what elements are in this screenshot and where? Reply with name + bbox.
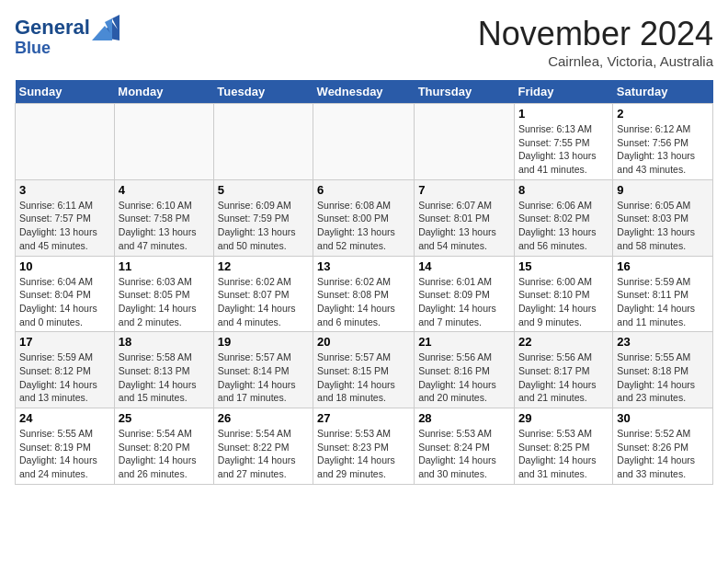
day-info: Sunrise: 6:10 AM Sunset: 7:58 PM Dayligh… [119, 199, 210, 253]
calendar-cell: 23Sunrise: 5:55 AM Sunset: 8:18 PM Dayli… [613, 332, 713, 408]
day-info: Sunrise: 5:53 AM Sunset: 8:24 PM Dayligh… [418, 427, 510, 481]
calendar-cell: 18Sunrise: 5:58 AM Sunset: 8:13 PM Dayli… [114, 332, 213, 408]
calendar-cell: 25Sunrise: 5:54 AM Sunset: 8:20 PM Dayli… [114, 408, 213, 485]
day-number: 4 [119, 183, 210, 197]
calendar-cell: 17Sunrise: 5:59 AM Sunset: 8:12 PM Dayli… [16, 332, 115, 408]
day-number: 26 [218, 411, 309, 425]
calendar-cell: 10Sunrise: 6:04 AM Sunset: 8:04 PM Dayli… [16, 256, 115, 332]
day-number: 7 [418, 183, 510, 197]
day-number: 14 [418, 259, 510, 273]
calendar-cell: 4Sunrise: 6:10 AM Sunset: 7:58 PM Daylig… [114, 179, 213, 256]
weekday-header-tuesday: Tuesday [213, 80, 313, 104]
day-number: 10 [19, 259, 110, 273]
day-info: Sunrise: 6:13 AM Sunset: 7:55 PM Dayligh… [518, 122, 609, 177]
day-number: 30 [617, 411, 709, 425]
day-number: 17 [19, 335, 110, 349]
day-number: 22 [518, 335, 609, 349]
day-info: Sunrise: 5:54 AM Sunset: 8:22 PM Dayligh… [218, 427, 309, 481]
calendar-cell: 8Sunrise: 6:06 AM Sunset: 8:02 PM Daylig… [514, 179, 612, 256]
calendar-cell: 30Sunrise: 5:52 AM Sunset: 8:26 PM Dayli… [613, 408, 713, 485]
day-number: 5 [218, 183, 309, 197]
weekday-header-monday: Monday [114, 80, 213, 104]
day-number: 23 [617, 335, 709, 349]
day-info: Sunrise: 5:56 AM Sunset: 8:17 PM Dayligh… [518, 350, 609, 405]
day-info: Sunrise: 5:55 AM Sunset: 8:19 PM Dayligh… [19, 427, 110, 481]
day-number: 13 [317, 259, 410, 273]
weekday-header-friday: Friday [514, 80, 612, 104]
logo-icon [92, 15, 119, 40]
svg-marker-1 [92, 18, 112, 40]
calendar-cell: 15Sunrise: 6:00 AM Sunset: 8:10 PM Dayli… [514, 256, 612, 332]
calendar-cell: 20Sunrise: 5:57 AM Sunset: 8:15 PM Dayli… [313, 332, 415, 408]
calendar-table: SundayMondayTuesdayWednesdayThursdayFrid… [15, 80, 713, 485]
day-info: Sunrise: 5:58 AM Sunset: 8:13 PM Dayligh… [119, 350, 210, 405]
calendar-cell: 6Sunrise: 6:08 AM Sunset: 8:00 PM Daylig… [313, 179, 415, 256]
day-number: 6 [317, 183, 410, 197]
day-number: 24 [19, 411, 110, 425]
day-info: Sunrise: 6:01 AM Sunset: 8:09 PM Dayligh… [418, 275, 510, 329]
day-info: Sunrise: 5:55 AM Sunset: 8:18 PM Dayligh… [617, 350, 709, 405]
calendar-cell: 12Sunrise: 6:02 AM Sunset: 8:07 PM Dayli… [213, 256, 313, 332]
day-info: Sunrise: 6:04 AM Sunset: 8:04 PM Dayligh… [19, 275, 110, 329]
day-info: Sunrise: 5:57 AM Sunset: 8:15 PM Dayligh… [317, 350, 410, 405]
calendar-cell: 28Sunrise: 5:53 AM Sunset: 8:24 PM Dayli… [415, 408, 515, 485]
day-info: Sunrise: 5:56 AM Sunset: 8:16 PM Dayligh… [418, 350, 510, 405]
month-title: November 2024 [478, 15, 713, 53]
calendar-cell: 5Sunrise: 6:09 AM Sunset: 7:59 PM Daylig… [213, 179, 313, 256]
day-number: 3 [19, 183, 110, 197]
calendar-cell: 26Sunrise: 5:54 AM Sunset: 8:22 PM Dayli… [213, 408, 313, 485]
day-number: 18 [119, 335, 210, 349]
calendar-cell [114, 104, 213, 180]
calendar-cell: 14Sunrise: 6:01 AM Sunset: 8:09 PM Dayli… [415, 256, 515, 332]
calendar-cell: 22Sunrise: 5:56 AM Sunset: 8:17 PM Dayli… [514, 332, 612, 408]
day-number: 28 [418, 411, 510, 425]
day-number: 12 [218, 259, 309, 273]
day-number: 15 [518, 259, 609, 273]
day-info: Sunrise: 5:53 AM Sunset: 8:23 PM Dayligh… [317, 427, 410, 481]
day-info: Sunrise: 6:12 AM Sunset: 7:56 PM Dayligh… [617, 122, 709, 177]
day-number: 2 [617, 107, 709, 121]
calendar-cell: 9Sunrise: 6:05 AM Sunset: 8:03 PM Daylig… [613, 179, 713, 256]
weekday-header-wednesday: Wednesday [313, 80, 415, 104]
day-number: 8 [518, 183, 609, 197]
day-info: Sunrise: 5:54 AM Sunset: 8:20 PM Dayligh… [119, 427, 210, 481]
weekday-header-sunday: Sunday [16, 80, 115, 104]
logo-line2: Blue [15, 39, 119, 58]
day-number: 21 [418, 335, 510, 349]
day-info: Sunrise: 5:52 AM Sunset: 8:26 PM Dayligh… [617, 427, 709, 481]
day-info: Sunrise: 5:59 AM Sunset: 8:12 PM Dayligh… [19, 350, 110, 405]
title-block: November 2024 Cairnlea, Victoria, Austra… [478, 15, 713, 69]
calendar-cell: 7Sunrise: 6:07 AM Sunset: 8:01 PM Daylig… [415, 179, 515, 256]
day-number: 16 [617, 259, 709, 273]
day-number: 29 [518, 411, 609, 425]
calendar-cell: 1Sunrise: 6:13 AM Sunset: 7:55 PM Daylig… [514, 104, 612, 180]
calendar-cell: 2Sunrise: 6:12 AM Sunset: 7:56 PM Daylig… [613, 104, 713, 180]
day-info: Sunrise: 6:07 AM Sunset: 8:01 PM Dayligh… [418, 199, 510, 253]
logo-text: General [15, 17, 90, 39]
page-header: General Blue November 2024 Cairnlea, Vic… [15, 15, 713, 69]
day-number: 27 [317, 411, 410, 425]
day-info: Sunrise: 6:02 AM Sunset: 8:08 PM Dayligh… [317, 275, 410, 329]
calendar-cell [213, 104, 313, 180]
calendar-cell: 27Sunrise: 5:53 AM Sunset: 8:23 PM Dayli… [313, 408, 415, 485]
calendar-cell [313, 104, 415, 180]
day-info: Sunrise: 6:03 AM Sunset: 8:05 PM Dayligh… [119, 275, 210, 329]
day-info: Sunrise: 6:05 AM Sunset: 8:03 PM Dayligh… [617, 199, 709, 253]
day-number: 1 [518, 107, 609, 121]
weekday-header-saturday: Saturday [613, 80, 713, 104]
day-info: Sunrise: 6:11 AM Sunset: 7:57 PM Dayligh… [19, 199, 110, 253]
calendar-cell: 24Sunrise: 5:55 AM Sunset: 8:19 PM Dayli… [16, 408, 115, 485]
day-number: 25 [119, 411, 210, 425]
day-info: Sunrise: 6:08 AM Sunset: 8:00 PM Dayligh… [317, 199, 410, 253]
day-info: Sunrise: 6:02 AM Sunset: 8:07 PM Dayligh… [218, 275, 309, 329]
day-info: Sunrise: 6:09 AM Sunset: 7:59 PM Dayligh… [218, 199, 309, 253]
calendar-cell: 21Sunrise: 5:56 AM Sunset: 8:16 PM Dayli… [415, 332, 515, 408]
calendar-cell [16, 104, 115, 180]
day-number: 9 [617, 183, 709, 197]
weekday-header-thursday: Thursday [415, 80, 515, 104]
calendar-cell: 11Sunrise: 6:03 AM Sunset: 8:05 PM Dayli… [114, 256, 213, 332]
logo: General Blue [15, 15, 119, 58]
location: Cairnlea, Victoria, Australia [478, 53, 713, 69]
calendar-cell: 13Sunrise: 6:02 AM Sunset: 8:08 PM Dayli… [313, 256, 415, 332]
calendar-cell: 29Sunrise: 5:53 AM Sunset: 8:25 PM Dayli… [514, 408, 612, 485]
